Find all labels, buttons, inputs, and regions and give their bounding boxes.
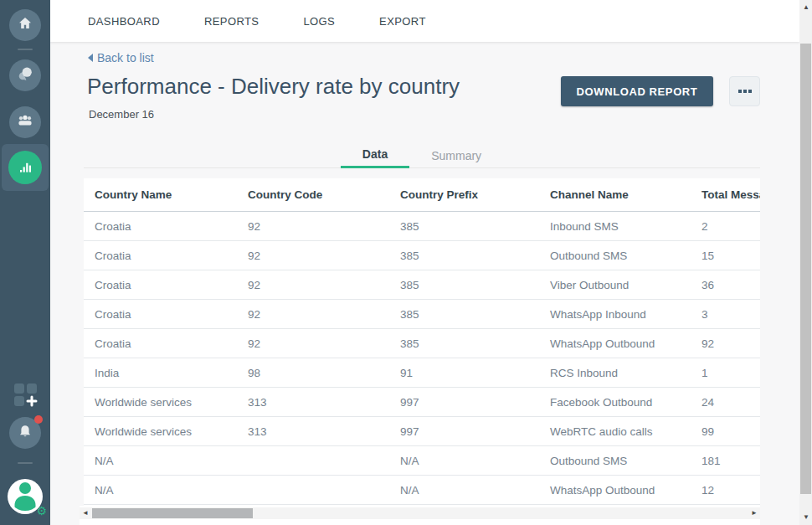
table-cell: 15 — [691, 241, 760, 270]
table-row[interactable]: N/AN/AOutbound SMS181 — [84, 446, 760, 476]
top-navigation: DASHBOARD REPORTS LOGS EXPORT — [50, 0, 799, 42]
table-cell: N/A — [84, 446, 237, 475]
table-cell: 1 — [691, 358, 760, 387]
table-row[interactable]: Croatia92385Inbound SMS2 — [84, 212, 760, 241]
table-cell: 997 — [389, 417, 539, 445]
bell-icon — [17, 423, 33, 443]
table-row[interactable]: Worldwide services313997Facebook Outboun… — [84, 388, 760, 417]
report-date: December 16 — [89, 108, 154, 121]
tab-summary[interactable]: Summary — [409, 142, 503, 168]
table-cell: 385 — [389, 270, 539, 299]
table-cell: 181 — [691, 446, 760, 475]
table-cell: India — [84, 358, 237, 387]
table-body: Croatia92385Inbound SMS2Croatia92385Outb… — [84, 212, 760, 505]
table-cell: N/A — [389, 446, 539, 475]
table-cell: 92 — [237, 329, 389, 358]
table-cell — [237, 446, 389, 475]
table-cell: 24 — [691, 388, 760, 416]
table-cell: Worldwide services — [84, 417, 237, 445]
table-cell: 92 — [237, 270, 389, 299]
sidebar-item-apps[interactable] — [9, 380, 41, 412]
table-cell: WebRTC audio calls — [539, 417, 691, 445]
table-cell: Facebook Outbound — [539, 388, 691, 416]
table-header-cell: Country Name — [84, 178, 237, 211]
nav-item-export[interactable]: EXPORT — [379, 15, 426, 28]
table-cell: 12 — [691, 476, 760, 504]
sidebar-item-people[interactable] — [9, 106, 41, 138]
table-cell: Croatia — [84, 300, 237, 328]
vertical-scrollbar-thumb[interactable] — [800, 44, 811, 494]
table-row[interactable]: N/AN/AWhatsApp Outbound12 — [84, 476, 760, 505]
table-cell: Viber Outbound — [539, 270, 691, 299]
table-cell: 98 — [237, 358, 389, 387]
table-cell: 92 — [237, 212, 389, 240]
people-icon — [17, 112, 33, 132]
table-cell — [237, 476, 389, 504]
back-label: Back to list — [97, 51, 154, 64]
table-cell: Worldwide services — [84, 388, 237, 416]
sidebar-item-chat[interactable] — [9, 59, 41, 91]
user-avatar[interactable]: ⚙ — [8, 479, 43, 514]
nav-item-reports[interactable]: REPORTS — [204, 15, 259, 28]
table-cell: 3 — [691, 300, 760, 328]
table-row[interactable]: Worldwide services313997WebRTC audio cal… — [84, 417, 760, 446]
data-table: Country NameCountry CodeCountry PrefixCh… — [84, 178, 760, 506]
scroll-up-icon[interactable]: ▲ — [803, 2, 809, 13]
horizontal-scrollbar-thumb[interactable] — [92, 508, 253, 518]
download-report-button[interactable]: DOWNLOAD REPORT — [561, 76, 713, 106]
nav-item-logs[interactable]: LOGS — [303, 15, 335, 28]
table-header-cell: Country Prefix — [389, 178, 539, 211]
table-row[interactable]: Croatia92385Outbound SMS15 — [84, 241, 760, 270]
table-header-cell: Channel Name — [539, 178, 691, 211]
table-cell: 385 — [389, 300, 539, 328]
tab-bar: Data Summary — [84, 142, 760, 168]
sidebar-item-notifications[interactable] — [9, 417, 41, 449]
table-cell: WhatsApp Inbound — [539, 300, 691, 328]
table-cell: 92 — [237, 241, 389, 270]
settings-gear-icon[interactable]: ⚙ — [36, 505, 47, 517]
table-cell: 36 — [691, 270, 760, 299]
table-row[interactable]: Croatia92385Viber Outbound36 — [84, 270, 760, 300]
sidebar-divider — [18, 462, 33, 464]
table-cell: Croatia — [84, 241, 237, 270]
table-row[interactable]: Croatia92385WhatsApp Inbound3 — [84, 300, 760, 329]
table-header-row: Country NameCountry CodeCountry PrefixCh… — [84, 178, 760, 212]
notification-badge — [34, 415, 43, 424]
table-cell: 2 — [691, 212, 760, 240]
table-cell: 99 — [691, 417, 760, 445]
table-cell: 91 — [389, 358, 539, 387]
sidebar-item-analytics[interactable] — [2, 144, 49, 191]
table-cell: 385 — [389, 329, 539, 358]
back-to-list-link[interactable]: Back to list — [88, 51, 154, 64]
tab-data[interactable]: Data — [341, 142, 409, 168]
table-cell: Inbound SMS — [539, 212, 691, 240]
home-icon — [17, 15, 33, 35]
nav-item-dashboard[interactable]: DASHBOARD — [88, 15, 160, 28]
table-cell: 313 — [237, 417, 389, 445]
scroll-right-icon[interactable]: ► — [751, 507, 758, 519]
table-cell: Croatia — [84, 212, 237, 240]
table-cell: Outbound SMS — [539, 446, 691, 475]
table-cell: Outbound SMS — [539, 241, 691, 270]
sidebar-item-home[interactable] — [9, 9, 41, 41]
table-cell: WhatsApp Outbound — [539, 329, 691, 358]
vertical-scrollbar[interactable]: ▲ ▼ — [799, 0, 812, 525]
table-row[interactable]: India9891RCS Inbound1 — [84, 358, 760, 388]
table-cell: 313 — [237, 388, 389, 416]
table-header-cell: Total Messages — [691, 178, 760, 211]
horizontal-scrollbar[interactable]: ◄ ► — [80, 507, 760, 519]
apps-grid-icon — [12, 381, 39, 411]
scroll-left-icon[interactable]: ◄ — [82, 507, 89, 519]
table-cell: N/A — [389, 476, 539, 504]
more-options-button[interactable] — [729, 76, 760, 106]
table-cell: 92 — [691, 329, 760, 358]
more-options-icon — [738, 90, 752, 93]
sidebar-divider — [18, 49, 33, 50]
table-row[interactable]: Croatia92385WhatsApp Outbound92 — [84, 329, 760, 358]
table-header-cell: Country Code — [237, 178, 389, 211]
table-cell: WhatsApp Outbound — [539, 476, 691, 504]
scroll-down-icon[interactable]: ▼ — [803, 512, 809, 523]
table-cell: 385 — [389, 241, 539, 270]
table-cell: N/A — [84, 476, 237, 504]
table-cell: Croatia — [84, 270, 237, 299]
